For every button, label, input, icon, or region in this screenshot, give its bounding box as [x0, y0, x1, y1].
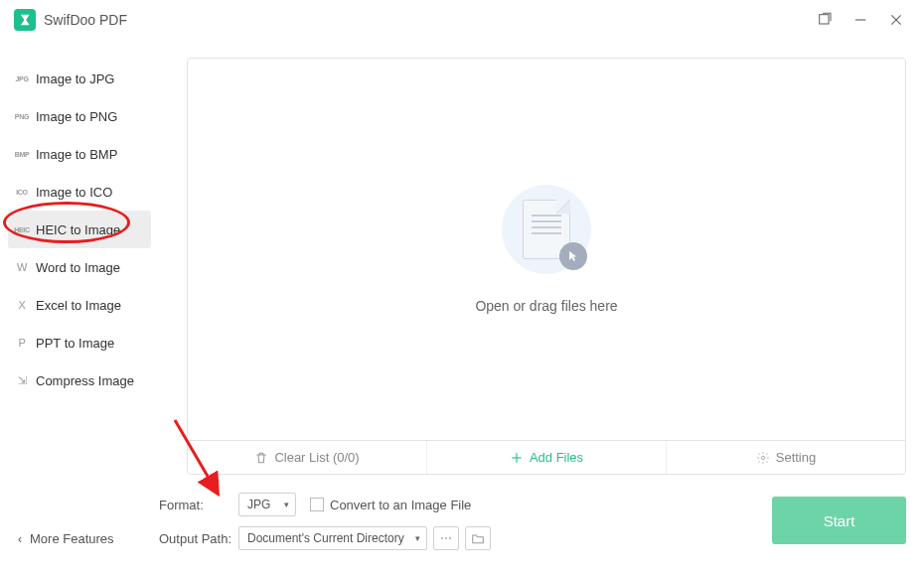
- sidebar-item-ppt-to-image[interactable]: P PPT to Image: [8, 324, 151, 361]
- jpg-badge-icon: JPG: [14, 75, 30, 82]
- titlebar: SwifDoo PDF: [0, 0, 924, 40]
- sidebar-item-label: Image to JPG: [36, 72, 114, 86]
- cursor-icon: [559, 242, 587, 270]
- app-title: SwifDoo PDF: [44, 12, 127, 28]
- svg-point-6: [761, 456, 765, 460]
- add-files-button[interactable]: Add Files: [427, 441, 667, 474]
- png-badge-icon: PNG: [14, 113, 30, 120]
- heic-badge-icon: HEIC: [14, 226, 30, 233]
- more-features-label: More Features: [30, 531, 114, 546]
- excel-badge-icon: X: [14, 299, 30, 311]
- word-badge-icon: W: [14, 261, 30, 273]
- more-features-button[interactable]: ‹ More Features: [18, 531, 114, 546]
- ico-badge-icon: ICO: [14, 189, 30, 196]
- svg-rect-0: [820, 14, 829, 23]
- sidebar-item-label: Excel to Image: [36, 298, 121, 313]
- start-button[interactable]: Start: [772, 497, 906, 544]
- more-options-button[interactable]: ⋯: [433, 526, 459, 550]
- chevron-down-icon: ▾: [284, 500, 289, 509]
- setting-button[interactable]: Setting: [667, 441, 905, 474]
- sidebar-item-image-to-jpg[interactable]: JPG Image to JPG: [8, 60, 151, 97]
- close-button[interactable]: [878, 5, 914, 35]
- drop-toolbar: Clear List (0/0) Add Files Setting: [188, 440, 905, 474]
- sidebar-item-image-to-ico[interactable]: ICO Image to ICO: [8, 173, 151, 211]
- sidebar: JPG Image to JPG PNG Image to PNG BMP Im…: [0, 40, 159, 576]
- format-label: Format:: [159, 498, 238, 512]
- drop-zone-illustration: [502, 185, 591, 274]
- convert-checkbox-label: Convert to an Image File: [330, 498, 471, 512]
- minimize-button[interactable]: [843, 5, 878, 35]
- sidebar-item-label: PPT to Image: [36, 336, 114, 351]
- sidebar-item-label: Image to ICO: [36, 185, 112, 200]
- sidebar-item-heic-to-image[interactable]: HEIC HEIC to Image: [8, 211, 151, 248]
- sidebar-item-label: Word to Image: [36, 260, 120, 275]
- sidebar-item-label: Image to BMP: [36, 147, 117, 162]
- sidebar-item-word-to-image[interactable]: W Word to Image: [8, 248, 151, 286]
- convert-checkbox[interactable]: [310, 498, 324, 511]
- drop-zone[interactable]: Open or drag files here: [188, 59, 905, 440]
- clear-list-label: Clear List (0/0): [274, 450, 359, 465]
- compress-badge-icon: ⇲: [14, 374, 30, 387]
- clear-list-button[interactable]: Clear List (0/0): [188, 441, 427, 474]
- format-select[interactable]: JPG ▾: [238, 493, 296, 516]
- format-value: JPG: [247, 498, 278, 511]
- output-path-label: Output Path:: [159, 531, 238, 546]
- ellipsis-icon: ⋯: [440, 531, 452, 545]
- chevron-left-icon: ‹: [18, 532, 22, 546]
- open-folder-button[interactable]: [465, 526, 491, 550]
- chevron-down-icon: ▾: [415, 533, 420, 543]
- sidebar-item-excel-to-image[interactable]: X Excel to Image: [8, 286, 151, 324]
- folder-icon: [471, 532, 485, 544]
- app-logo: [14, 9, 36, 31]
- drop-panel: Open or drag files here Clear List (0/0)…: [187, 58, 906, 475]
- setting-label: Setting: [776, 450, 816, 465]
- sidebar-item-label: Compress Image: [36, 373, 134, 388]
- sidebar-item-label: Image to PNG: [36, 109, 117, 124]
- start-label: Start: [824, 512, 855, 529]
- trash-icon: [254, 451, 268, 465]
- sidebar-item-image-to-bmp[interactable]: BMP Image to BMP: [8, 135, 151, 173]
- output-path-value: Document's Current Directory: [247, 531, 409, 545]
- drop-zone-text: Open or drag files here: [475, 298, 617, 314]
- sidebar-item-compress-image[interactable]: ⇲ Compress Image: [8, 361, 151, 399]
- window-action-button[interactable]: [807, 5, 843, 35]
- sidebar-item-image-to-png[interactable]: PNG Image to PNG: [8, 97, 151, 135]
- bmp-badge-icon: BMP: [14, 151, 30, 158]
- ppt-badge-icon: P: [14, 337, 30, 349]
- add-files-label: Add Files: [530, 450, 583, 465]
- output-path-select[interactable]: Document's Current Directory ▾: [238, 526, 427, 550]
- gear-icon: [756, 451, 770, 465]
- plus-icon: [510, 451, 524, 465]
- sidebar-item-label: HEIC to Image: [36, 222, 120, 237]
